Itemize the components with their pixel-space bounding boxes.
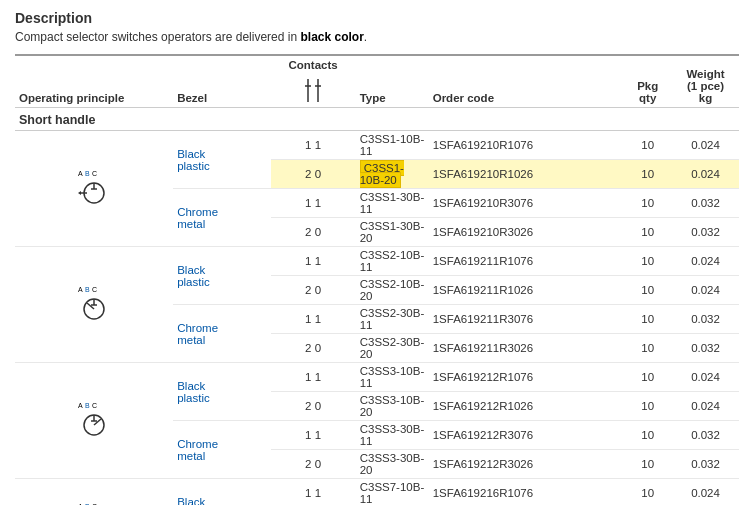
section-header-row: Short handle xyxy=(15,108,739,131)
type-cell: C3SS2-30B-20 xyxy=(356,334,429,363)
svg-text:C: C xyxy=(92,170,97,177)
pkg-cell: 10 xyxy=(623,218,672,247)
order-cell: 1SFA619210R1076 xyxy=(429,131,624,160)
contacts-cell: 2 0 xyxy=(271,392,356,421)
svg-text:A: A xyxy=(78,402,83,409)
description-text-before: Compact selector switches operators are … xyxy=(15,30,300,44)
order-cell: 1SFA619212R1076 xyxy=(429,363,624,392)
order-cell: 1SFA619216R1076 xyxy=(429,479,624,506)
pkg-cell: 10 xyxy=(623,392,672,421)
bezel-cell: Blackplastic xyxy=(173,131,270,189)
svg-text:B: B xyxy=(85,402,90,409)
order-cell: 1SFA619211R1076 xyxy=(429,247,624,276)
bezel-cell: Chromemetal xyxy=(173,189,270,247)
type-cell: C3SS1-10B-11 xyxy=(356,131,429,160)
pkg-cell: 10 xyxy=(623,479,672,506)
contacts-cell: 1 1 xyxy=(271,363,356,392)
weight-cell: 0.032 xyxy=(672,450,739,479)
op-icon-cell: A B C xyxy=(15,131,173,247)
contacts-cell: 1 1 xyxy=(271,131,356,160)
product-table: Operating principle Bezel Contacts Type … xyxy=(15,54,739,505)
header-order: Order code xyxy=(429,55,624,108)
weight-unit: kg xyxy=(699,92,712,104)
order-cell: 1SFA619211R1026 xyxy=(429,276,624,305)
type-cell: C3SS3-10B-20 xyxy=(356,392,429,421)
header-pkg: Pkgqty xyxy=(623,55,672,108)
header-weight: Weight(1 pce)kg xyxy=(672,55,739,108)
type-cell: C3SS2-10B-11 xyxy=(356,247,429,276)
pkg-cell: 10 xyxy=(623,450,672,479)
header-contacts: Contacts xyxy=(271,55,356,108)
op-icon-cell: A B C xyxy=(15,247,173,363)
contacts-cell: 1 1 xyxy=(271,247,356,276)
svg-text:B: B xyxy=(85,170,90,177)
header-op: Operating principle xyxy=(15,55,173,108)
table-row: A B C Blackplastic1 1C3SS1-10B-111SFA619… xyxy=(15,131,739,160)
type-cell: C3SS1-10B-20 xyxy=(356,160,429,189)
pkg-cell: 10 xyxy=(623,363,672,392)
description-text-after: . xyxy=(364,30,367,44)
table-row: A B C Blackplastic1 1C3SS2-10B-111SFA619… xyxy=(15,247,739,276)
pkg-cell: 10 xyxy=(623,189,672,218)
type-cell: C3SS3-30B-20 xyxy=(356,450,429,479)
svg-text:B: B xyxy=(85,286,90,293)
contacts-cell: 2 0 xyxy=(271,218,356,247)
type-cell: C3SS3-30B-11 xyxy=(356,421,429,450)
highlight-type: C3SS1-10B-20 xyxy=(360,160,404,188)
weight-cell: 0.024 xyxy=(672,247,739,276)
svg-text:C: C xyxy=(92,402,97,409)
svg-line-25 xyxy=(94,419,101,425)
bezel-cell: Blackplastic xyxy=(173,479,270,506)
order-cell: 1SFA619210R3076 xyxy=(429,189,624,218)
table-row: A B C Blackplastic1 1C3SS3-10B-111SFA619… xyxy=(15,363,739,392)
description-title: Description xyxy=(15,10,739,26)
header-bezel: Bezel xyxy=(173,55,270,108)
type-cell: C3SS3-10B-11 xyxy=(356,363,429,392)
description-text: Compact selector switches operators are … xyxy=(15,30,739,44)
contacts-cell: 1 1 xyxy=(271,479,356,506)
svg-text:A: A xyxy=(78,170,83,177)
contacts-cell: 1 1 xyxy=(271,421,356,450)
pkg-cell: 10 xyxy=(623,334,672,363)
svg-text:C: C xyxy=(92,286,97,293)
order-cell: 1SFA619211R3076 xyxy=(429,305,624,334)
order-cell: 1SFA619210R3026 xyxy=(429,218,624,247)
svg-marker-9 xyxy=(78,191,81,195)
table-header-row: Operating principle Bezel Contacts Type … xyxy=(15,55,739,108)
weight-cell: 0.024 xyxy=(672,392,739,421)
order-cell: 1SFA619211R3026 xyxy=(429,334,624,363)
order-cell: 1SFA619212R3026 xyxy=(429,450,624,479)
type-cell: C3SS2-30B-11 xyxy=(356,305,429,334)
contacts-cell: 2 0 xyxy=(271,276,356,305)
description-text-highlight: black color xyxy=(300,30,363,44)
weight-cell: 0.032 xyxy=(672,334,739,363)
bezel-cell: Chromemetal xyxy=(173,305,270,363)
op-icon-cell: A B C xyxy=(15,479,173,506)
bezel-cell: Chromemetal xyxy=(173,421,270,479)
pkg-cell: 10 xyxy=(623,305,672,334)
type-cell: C3SS2-10B-20 xyxy=(356,276,429,305)
weight-cell: 0.024 xyxy=(672,363,739,392)
pkg-cell: 10 xyxy=(623,160,672,189)
order-cell: 1SFA619212R3076 xyxy=(429,421,624,450)
svg-text:A: A xyxy=(78,286,83,293)
weight-cell: 0.024 xyxy=(672,276,739,305)
type-cell: C3SS7-10B-11 xyxy=(356,479,429,506)
contacts-cell: 2 0 xyxy=(271,450,356,479)
pkg-cell: 10 xyxy=(623,247,672,276)
weight-cell: 0.032 xyxy=(672,189,739,218)
weight-cell: 0.024 xyxy=(672,160,739,189)
order-cell: 1SFA619212R1026 xyxy=(429,392,624,421)
order-cell: 1SFA619210R1026 xyxy=(429,160,624,189)
header-type: Type xyxy=(356,55,429,108)
contacts-diagram-icon xyxy=(298,74,328,104)
weight-cell: 0.032 xyxy=(672,421,739,450)
pkg-cell: 10 xyxy=(623,421,672,450)
weight-cell: 0.024 xyxy=(672,131,739,160)
bezel-cell: Blackplastic xyxy=(173,247,270,305)
section-header-label: Short handle xyxy=(15,108,739,131)
bezel-cell: Blackplastic xyxy=(173,363,270,421)
weight-cell: 0.024 xyxy=(672,479,739,506)
pkg-cell: 10 xyxy=(623,131,672,160)
table-row: A B C Blackplastic1 1C3SS7-10B-111SFA619… xyxy=(15,479,739,506)
